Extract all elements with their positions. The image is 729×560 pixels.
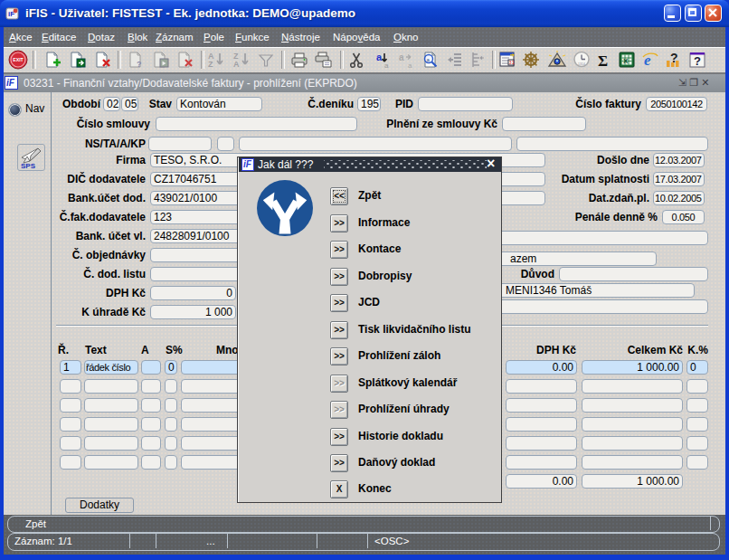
svg-text:X: X	[623, 57, 629, 65]
svg-text:a: a	[399, 52, 404, 62]
svg-text:EXIT: EXIT	[13, 57, 24, 62]
svg-text:?: ?	[670, 51, 678, 65]
svg-text:a: a	[384, 62, 389, 70]
svg-text:Z: Z	[208, 60, 213, 69]
svg-text:?: ?	[694, 54, 701, 68]
svg-text:31: 31	[509, 60, 515, 65]
svg-text:A: A	[233, 60, 240, 69]
svg-text:1314: 1314	[578, 62, 585, 66]
svg-text:a: a	[376, 52, 383, 62]
svg-text:?: ?	[137, 60, 142, 69]
svg-text:SPS: SPS	[21, 162, 36, 170]
svg-text:a: a	[408, 62, 412, 70]
svg-text:Σ: Σ	[598, 52, 608, 70]
